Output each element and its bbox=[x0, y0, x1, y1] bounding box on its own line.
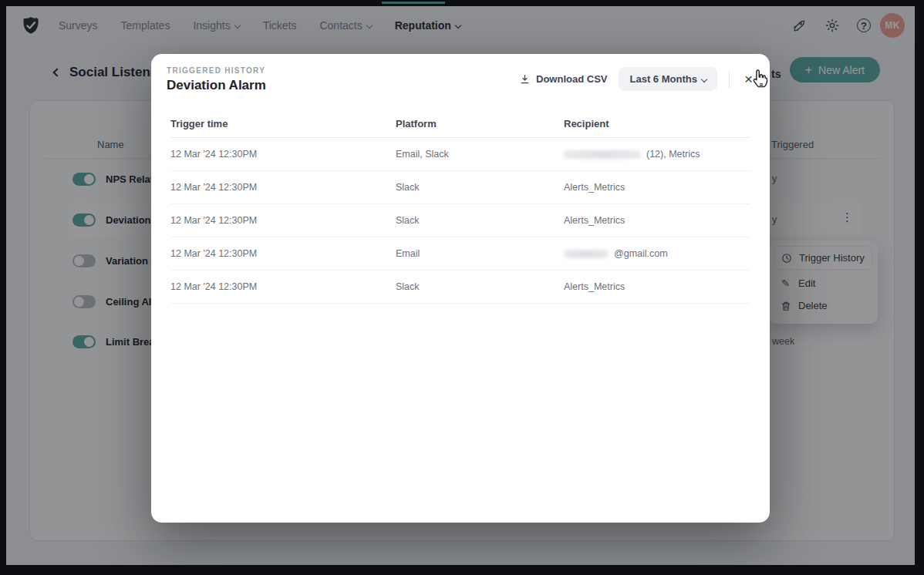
redacted-text bbox=[564, 250, 609, 258]
hand-cursor-icon bbox=[750, 68, 771, 89]
table-row: 12 Mar '24 12:30PM Slack Alerts_Metrics bbox=[170, 171, 750, 204]
redacted-text bbox=[564, 150, 641, 159]
modal-header-actions: Download CSV Last 6 Months × bbox=[519, 67, 756, 91]
table-row: 12 Mar '24 12:30PM Slack Alerts_Metrics bbox=[170, 271, 750, 304]
download-csv-button[interactable]: Download CSV bbox=[519, 73, 607, 85]
triggered-history-modal: TRIGGERED HISTORY Deviation Alarm Downlo… bbox=[151, 54, 770, 523]
table-row: 12 Mar '24 12:30PM Slack Alerts_Metrics bbox=[170, 204, 750, 237]
date-range-dropdown[interactable]: Last 6 Months bbox=[619, 67, 717, 91]
history-table-header: Trigger time Platform Recipient bbox=[170, 110, 750, 138]
history-table: Trigger time Platform Recipient 12 Mar '… bbox=[170, 110, 750, 304]
download-icon bbox=[519, 73, 531, 85]
table-row: 12 Mar '24 12:30PM Email @gmail.com bbox=[170, 237, 750, 271]
divider bbox=[729, 71, 730, 88]
chevron-down-icon bbox=[701, 76, 707, 82]
table-row: 12 Mar '24 12:30PM Email, Slack (12), Me… bbox=[170, 138, 750, 171]
modal-header: TRIGGERED HISTORY Deviation Alarm Downlo… bbox=[151, 54, 770, 104]
